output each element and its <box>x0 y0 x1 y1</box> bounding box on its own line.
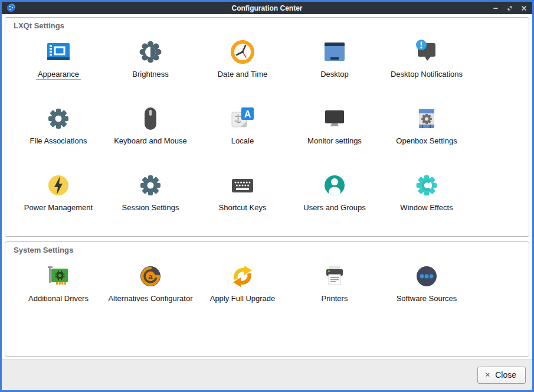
desktop-icon <box>320 38 349 66</box>
launcher-apply-full-upgrade[interactable]: Apply Full Upgrade <box>196 257 289 316</box>
launcher-label: Locale <box>231 136 254 146</box>
titlebar: Configuration Center <box>2 2 532 14</box>
launcher-label: Users and Groups <box>303 203 366 213</box>
additional-drivers-icon <box>44 262 73 290</box>
launcher-session-settings[interactable]: Session Settings <box>104 166 196 233</box>
launcher-openbox-settings[interactable]: Openbox Settings <box>381 99 473 166</box>
desktop-notifications-icon <box>412 38 441 66</box>
minimize-icon <box>492 5 499 12</box>
launcher-keyboard-mouse[interactable]: Keyboard and Mouse <box>104 99 196 166</box>
launcher-date-time[interactable]: Date and Time <box>196 32 289 99</box>
users-groups-icon <box>320 171 349 200</box>
svg-text:A: A <box>244 109 251 119</box>
launcher-label: Appearance <box>36 70 81 79</box>
launcher-file-associations[interactable]: File Associations <box>12 99 104 166</box>
launcher-locale[interactable]: A Locale <box>196 99 289 166</box>
group-title-system: System Settings <box>12 244 524 257</box>
shortcut-keys-icon <box>228 171 257 200</box>
launcher-software-sources[interactable]: Software Sources <box>381 257 473 316</box>
launcher-desktop-notifications[interactable]: Desktop Notifications <box>381 32 473 99</box>
minimize-button[interactable] <box>492 4 499 12</box>
close-button-x-icon: × <box>486 370 490 379</box>
button-bar: × Close <box>2 359 532 390</box>
launcher-label: Software Sources <box>397 294 457 303</box>
launcher-label: Desktop <box>320 70 349 79</box>
file-associations-icon <box>44 104 73 133</box>
launcher-users-groups[interactable]: Users and Groups <box>289 166 381 233</box>
launcher-brightness[interactable]: Brightness <box>104 32 196 99</box>
content-area: LXQt Settings Appearance <box>2 14 532 359</box>
power-management-icon <box>44 171 73 200</box>
launcher-desktop[interactable]: Desktop <box>289 32 381 99</box>
keyboard-mouse-icon <box>136 104 165 133</box>
launcher-label: Brightness <box>132 70 168 79</box>
launcher-additional-drivers[interactable]: Additional Drivers <box>12 257 104 316</box>
software-sources-icon <box>412 262 441 290</box>
restore-button[interactable] <box>506 4 513 12</box>
brightness-icon <box>136 38 165 66</box>
alternatives-configurator-icon: a <box>136 262 165 290</box>
restore-icon <box>506 5 513 12</box>
date-time-icon <box>228 38 257 66</box>
launcher-label: Monitor settings <box>307 136 362 146</box>
configuration-center-window: Configuration Center LX <box>0 0 534 392</box>
lubuntu-logo-icon <box>6 4 15 12</box>
launcher-monitor-settings[interactable]: Monitor settings <box>289 99 381 166</box>
launcher-label: Desktop Notifications <box>391 70 463 79</box>
appearance-icon <box>44 38 73 66</box>
window-controls <box>492 4 528 12</box>
openbox-settings-icon <box>412 104 441 133</box>
lxqt-settings-grid: Appearance Brightness <box>12 32 524 233</box>
launcher-shortcut-keys[interactable]: Shortcut Keys <box>196 166 289 233</box>
launcher-label: Shortcut Keys <box>219 203 267 213</box>
launcher-label: Openbox Settings <box>396 136 457 146</box>
launcher-appearance[interactable]: Appearance <box>12 32 104 99</box>
close-window-button[interactable] <box>520 4 528 12</box>
window-title: Configuration Center <box>2 4 532 12</box>
system-settings-grid: Additional Drivers a Alternatives Config… <box>12 257 524 316</box>
launcher-label: Apply Full Upgrade <box>210 294 276 303</box>
system-settings-group: System Settings <box>5 241 529 357</box>
close-button-label: Close <box>495 370 516 380</box>
launcher-label: Date and Time <box>218 70 268 79</box>
launcher-window-effects[interactable]: Window Effects <box>381 166 473 233</box>
close-icon <box>520 5 528 12</box>
launcher-label: Additional Drivers <box>28 294 89 303</box>
launcher-power-management[interactable]: Power Management <box>12 166 104 233</box>
printers-icon <box>320 262 349 290</box>
locale-icon: A <box>228 104 257 133</box>
launcher-label: Power Management <box>24 203 93 213</box>
close-button[interactable]: × Close <box>477 367 526 384</box>
launcher-label: Keyboard and Mouse <box>114 136 187 146</box>
svg-text:a: a <box>148 272 153 281</box>
window-effects-icon <box>412 171 441 200</box>
launcher-label: Printers <box>322 294 348 303</box>
launcher-label: File Associations <box>30 136 87 146</box>
monitor-settings-icon <box>320 104 349 133</box>
launcher-label: Session Settings <box>122 203 179 213</box>
launcher-printers[interactable]: Printers <box>289 257 381 316</box>
apply-full-upgrade-icon <box>228 262 257 290</box>
group-title-lxqt: LXQt Settings <box>12 20 524 32</box>
launcher-alternatives-configurator[interactable]: a Alternatives Configurator <box>104 257 196 316</box>
session-settings-icon <box>136 171 165 200</box>
launcher-label: Alternatives Configurator <box>108 294 192 303</box>
lxqt-settings-group: LXQt Settings Appearance <box>5 17 529 237</box>
launcher-label: Window Effects <box>400 203 453 213</box>
